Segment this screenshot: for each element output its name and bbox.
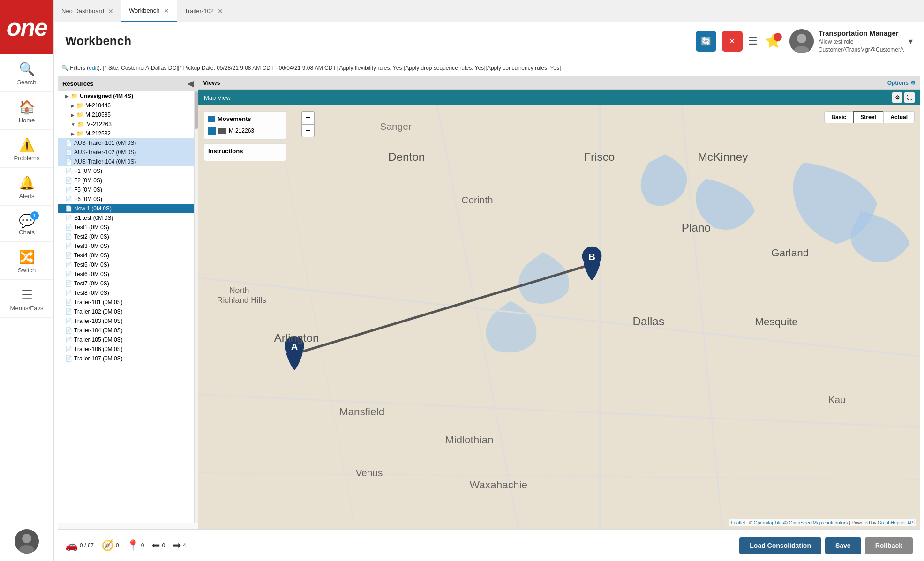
horizontal-scrollbar[interactable] [58,523,198,529]
sidebar-item-home[interactable]: 🏠 Home [0,92,53,130]
list-item[interactable]: 📄 AUS-Trailer-102 (0M 0S) [58,148,194,157]
resource-item-label: F5 (0M 0S) [74,187,102,193]
resource-item-label: Test4 (0M 0S) [74,252,109,259]
sidebar-item-problems[interactable]: ⚠️ Problems [0,130,53,168]
resource-item-label: Test3 (0M 0S) [74,243,109,249]
list-item[interactable]: ▶📁 Unassigned (4M 4S) [58,91,194,101]
list-item[interactable]: 📄 F2 (0M 0S) [58,176,194,185]
doc-icon: 📄 [65,233,72,240]
zoom-controls: + − [301,111,315,137]
user-dropdown-arrow[interactable]: ▾ [909,36,913,46]
doc-icon: 📄 [65,308,72,315]
stat-back-value: 0 [162,542,165,549]
sidebar-item-switch[interactable]: 🔀 Switch [0,242,53,280]
sidebar-item-alerts[interactable]: 🔔 Alerts [0,168,53,206]
list-item[interactable]: 📄 AUS-Trailer-104 (0M 0S) [58,157,194,166]
resource-item-label: AUS-Trailer-102 (0M 0S) [74,149,136,156]
list-item[interactable]: 📄 Test6 (0M 0S) [58,269,194,279]
resource-item-label: Trailer-107 (0M 0S) [74,355,123,362]
list-item[interactable]: ▼📁 M-212263 [58,120,194,129]
osm-link[interactable]: OpenStreetMap contributors [789,520,848,525]
list-item[interactable]: 📄 AUS-Trailer-101 (0M 0S) [58,138,194,148]
resource-item-label: M-210446 [85,102,111,109]
zoom-in-button[interactable]: + [301,111,315,124]
sidebar-bottom-avatar[interactable] [7,522,46,561]
list-item[interactable]: 📄 F6 (0M 0S) [58,194,194,204]
tab-neo-dashboard[interactable]: Neo Dashboard ✕ [54,0,121,22]
resource-item-label: M-212263 [86,121,112,127]
map-view[interactable]: A B Denton Corinth Frisco McKinney Plano… [198,105,920,529]
list-item[interactable]: 📄 Test3 (0M 0S) [58,241,194,251]
tab-close-trailer-102[interactable]: ✕ [218,7,223,15]
sidebar-item-menus[interactable]: ☰ Menus/Favs [0,280,53,318]
menu-button[interactable]: ☰ [748,35,758,47]
list-item[interactable]: 📄 New 1 (0M 0S) [58,204,194,213]
map-title-controls: ⚙ ⛶ [892,92,915,103]
zoom-out-button[interactable]: − [301,124,315,137]
movements-checkbox[interactable] [208,116,215,122]
list-item[interactable]: ▶📁 M-212532 [58,129,194,138]
list-item[interactable]: 📄 Trailer-107 (0M 0S) [58,354,194,363]
sidebar-item-label-problems: Problems [14,155,40,162]
map-left-controls: Movements M-212263 Instructions [198,105,292,529]
page-title: Workbench [65,34,696,48]
list-item[interactable]: 📄 Trailer-103 (0M 0S) [58,316,194,326]
save-button[interactable]: Save [825,537,861,554]
map-type-basic[interactable]: Basic [824,111,853,123]
leaflet-link[interactable]: Leaflet [731,520,745,525]
scrollbar[interactable] [194,91,198,523]
sidebar-item-label-search: Search [17,79,36,86]
map-expand-button[interactable]: ⛶ [904,92,915,103]
list-item[interactable]: 📄 Trailer-105 (0M 0S) [58,335,194,344]
notification-button[interactable]: ⭐ [763,31,784,52]
list-item[interactable]: 📄 Trailer-106 (0M 0S) [58,344,194,354]
tab-workbench[interactable]: Workbench ✕ [121,0,177,22]
resources-collapse-button[interactable]: ◀ [188,79,193,88]
sidebar-item-label-chats: Chats [19,229,35,236]
list-item[interactable]: 📄 Test1 (0M 0S) [58,223,194,232]
list-item[interactable]: 📄 Test5 (0M 0S) [58,260,194,269]
load-consolidation-button[interactable]: Load Consolidation [739,537,821,554]
sidebar-item-search[interactable]: 🔍 Search [0,54,53,92]
app-logo[interactable]: one [0,0,53,54]
tab-trailer-102[interactable]: Trailer-102 ✕ [177,0,231,22]
filter-edit-link[interactable]: edit [89,65,98,71]
forward-icon: ➡ [173,539,181,552]
list-item[interactable]: 📄 Test2 (0M 0S) [58,232,194,241]
bell-icon: 🔔 [19,175,35,191]
notification-badge [774,33,782,41]
list-item[interactable]: 📄 Trailer-102 (0M 0S) [58,307,194,316]
map-type-actual[interactable]: Actual [883,111,915,123]
list-item[interactable]: 📄 Test8 (0M 0S) [58,288,194,298]
refresh-button[interactable]: 🔄 [696,31,716,52]
list-item[interactable]: 📄 F5 (0M 0S) [58,185,194,194]
user-info[interactable]: Transportation Manager Allow test role C… [789,28,913,54]
list-item[interactable]: 📄 Test4 (0M 0S) [58,251,194,260]
map-settings-button[interactable]: ⚙ [892,92,902,103]
list-item[interactable]: 📄 Trailer-101 (0M 0S) [58,298,194,307]
expand-icon: ▶ [71,131,75,136]
views-panel: Views Options ⚙ Map View ⚙ ⛶ [198,76,920,529]
list-item[interactable]: 📄 S1 test (0M 0S) [58,213,194,223]
bottom-avatar[interactable] [15,529,39,554]
folder-icon: 📁 [76,130,83,137]
list-item[interactable]: 📄 Trailer-104 (0M 0S) [58,326,194,335]
doc-icon: 📄 [65,158,72,165]
tab-close-neo-dashboard[interactable]: ✕ [108,7,113,15]
list-item[interactable]: 📄 Test7 (0M 0S) [58,279,194,288]
close-button[interactable]: ✕ [722,31,743,52]
movement-checkbox[interactable] [208,127,216,135]
views-options[interactable]: Options ⚙ [887,80,916,86]
filter-label: Filters [70,65,85,71]
sidebar-item-chats[interactable]: 💬 1 Chats [0,206,53,242]
resource-item-label: Test7 (0M 0S) [74,280,109,287]
graphhopper-link[interactable]: GraphHopper API [878,520,915,525]
list-item[interactable]: ▶📁 M-210585 [58,110,194,120]
svg-text:Frisco: Frisco [584,150,615,163]
map-type-street[interactable]: Street [853,111,883,123]
list-item[interactable]: ▶📁 M-210446 [58,101,194,110]
openmap-link[interactable]: OpenMapTiles [754,520,784,525]
tab-close-workbench[interactable]: ✕ [164,7,169,15]
rollback-button[interactable]: Rollback [865,537,913,554]
list-item[interactable]: 📄 F1 (0M 0S) [58,166,194,176]
